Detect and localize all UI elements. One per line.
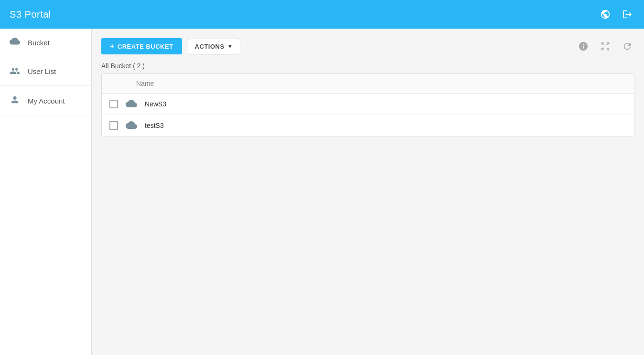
resize-icon bbox=[600, 41, 611, 52]
bucket-checkbox-1[interactable] bbox=[109, 100, 118, 108]
actions-button[interactable]: ACTIONS ▼ bbox=[188, 39, 240, 54]
refresh-button[interactable] bbox=[620, 39, 634, 53]
sidebar-item-my-account[interactable]: My Account bbox=[0, 86, 91, 116]
table-row: NewS3 bbox=[102, 94, 634, 115]
bucket-count: All Bucket ( 2 ) bbox=[101, 62, 634, 70]
chevron-down-icon: ▼ bbox=[227, 43, 233, 50]
sidebar-label-bucket: Bucket bbox=[28, 39, 50, 47]
header: S3 Portal bbox=[0, 0, 644, 29]
resize-button[interactable] bbox=[598, 39, 612, 53]
info-button[interactable] bbox=[576, 39, 590, 53]
table-header: Name bbox=[102, 74, 634, 94]
name-column-header: Name bbox=[109, 80, 154, 87]
cloud-icon bbox=[10, 37, 20, 48]
bucket-table: Name NewS3 testS3 bbox=[101, 73, 634, 136]
bucket-cloud-icon-1 bbox=[126, 99, 137, 109]
toolbar-left: + CREATE BUCKET ACTIONS ▼ bbox=[101, 38, 240, 54]
sidebar-item-user-list[interactable]: User List bbox=[0, 57, 91, 86]
main-content: + CREATE BUCKET ACTIONS ▼ bbox=[92, 29, 644, 355]
account-icon bbox=[10, 94, 20, 107]
logout-button[interactable] bbox=[620, 7, 634, 21]
bucket-name-2[interactable]: testS3 bbox=[145, 122, 164, 129]
bucket-cloud-icon-2 bbox=[126, 121, 137, 130]
sidebar: Bucket User List My Account bbox=[0, 29, 92, 355]
logout-icon bbox=[622, 9, 633, 20]
bucket-checkbox-2[interactable] bbox=[109, 121, 118, 130]
sidebar-item-bucket[interactable]: Bucket bbox=[0, 29, 91, 57]
globe-icon bbox=[600, 9, 611, 20]
info-icon bbox=[578, 41, 589, 52]
layout: Bucket User List My Account + bbox=[0, 29, 644, 355]
actions-label: ACTIONS bbox=[195, 43, 225, 50]
plus-icon: + bbox=[110, 42, 115, 51]
refresh-icon bbox=[622, 41, 633, 52]
header-icons bbox=[598, 7, 634, 21]
app-title: S3 Portal bbox=[10, 9, 51, 20]
sidebar-label-user-list: User List bbox=[28, 67, 56, 75]
bucket-name-1[interactable]: NewS3 bbox=[145, 100, 166, 108]
create-bucket-button[interactable]: + CREATE BUCKET bbox=[101, 38, 182, 54]
create-bucket-label: CREATE BUCKET bbox=[118, 43, 173, 50]
globe-button[interactable] bbox=[598, 7, 612, 21]
table-row: testS3 bbox=[102, 115, 634, 136]
people-icon bbox=[10, 66, 20, 77]
toolbar: + CREATE BUCKET ACTIONS ▼ bbox=[101, 38, 634, 54]
sidebar-label-my-account: My Account bbox=[28, 97, 65, 105]
toolbar-right bbox=[576, 39, 634, 53]
